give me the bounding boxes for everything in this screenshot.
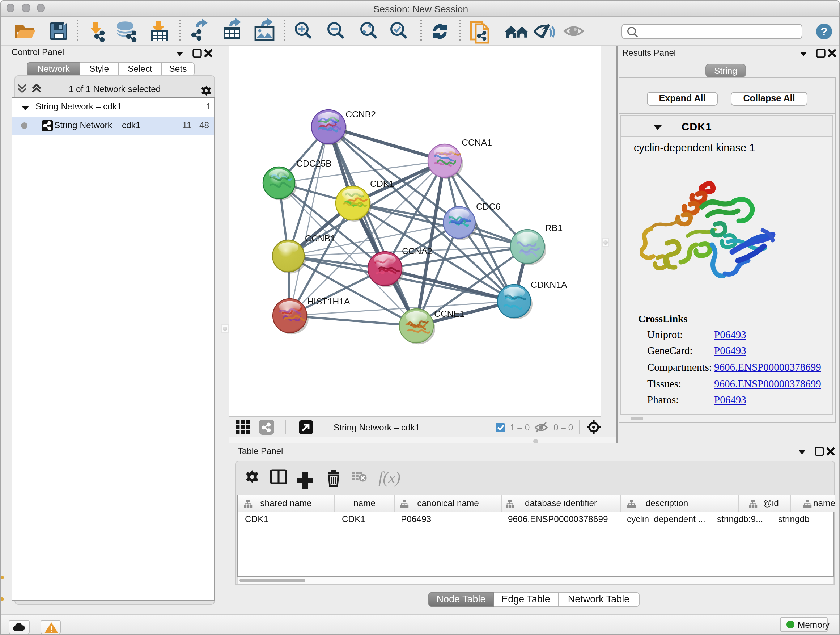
svg-text:0 – 0: 0 – 0 [554, 423, 573, 432]
svg-text:CCNB2: CCNB2 [346, 109, 376, 119]
svg-text:CDC6: CDC6 [476, 202, 501, 211]
svg-text:f(x): f(x) [378, 469, 400, 486]
svg-text:CCNA2: CCNA2 [402, 246, 432, 256]
svg-text:HIST1H1A: HIST1H1A [307, 296, 350, 306]
svg-text:CCNB1: CCNB1 [305, 233, 335, 243]
svg-text:?: ? [821, 25, 828, 38]
svg-text:String Network – cdk1: String Network – cdk1 [333, 423, 420, 432]
svg-text:CCNE1: CCNE1 [434, 309, 464, 318]
svg-text:1 – 0: 1 – 0 [510, 423, 530, 432]
svg-text:RB1: RB1 [545, 223, 562, 233]
svg-text:CCNA1: CCNA1 [462, 138, 492, 147]
svg-text:CDKN1A: CDKN1A [531, 280, 567, 290]
svg-text:CDC25B: CDC25B [296, 158, 332, 168]
svg-text:CDK1: CDK1 [370, 179, 394, 188]
